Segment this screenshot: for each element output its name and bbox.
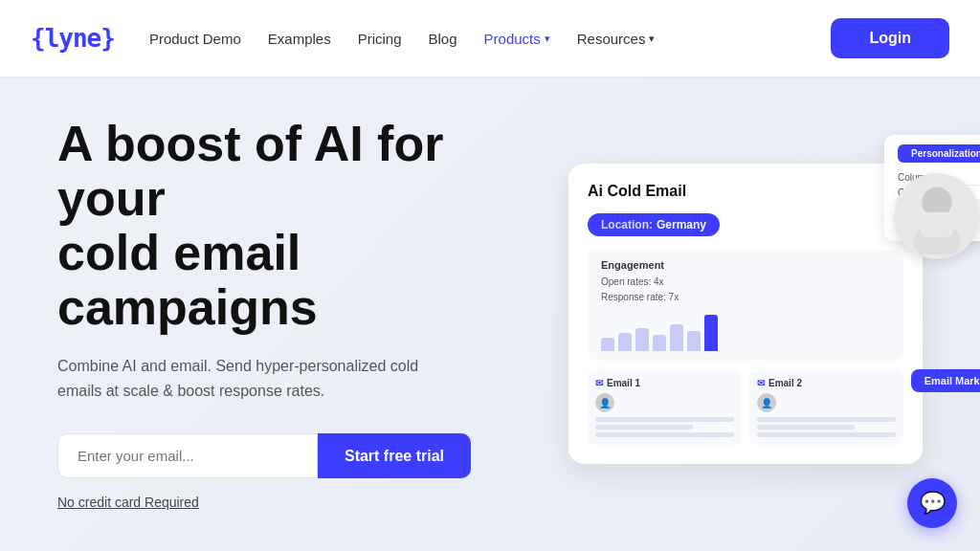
hero-subtitle: Combine AI and email. Send hyper-persona…: [57, 354, 459, 403]
person-svg: [903, 178, 970, 254]
hero-left: A boost of AI for your cold email campai…: [57, 117, 509, 512]
logo-text: {lyne}: [31, 24, 115, 53]
nav-examples[interactable]: Examples: [268, 31, 331, 47]
bar-item: [687, 331, 701, 351]
products-chevron-icon: ▾: [545, 33, 550, 45]
chat-bubble[interactable]: 💬: [907, 478, 957, 528]
navbar: {lyne} Product Demo Examples Pricing Blo…: [0, 0, 980, 77]
mini-lines-1: [595, 417, 734, 437]
mini-line-short: [595, 425, 693, 430]
hero-right: Ai Cold Email Location: Germany Engageme…: [509, 164, 923, 464]
email-row-cards: ✉ Email 1 👤 ✉ Email 2 👤: [588, 370, 903, 445]
bar-item: [618, 333, 632, 351]
email-card-1: ✉ Email 1 👤: [588, 370, 742, 445]
nav-pricing[interactable]: Pricing: [358, 31, 402, 47]
bar-item: [704, 315, 718, 351]
bar-chart: [601, 313, 890, 351]
nav-blog[interactable]: Blog: [429, 31, 457, 47]
bar-item: [653, 335, 666, 351]
hero-section: A boost of AI for your cold email campai…: [0, 77, 980, 551]
avatar-2: 👤: [757, 393, 776, 412]
mini-line: [595, 432, 734, 437]
main-card: Ai Cold Email Location: Germany Engageme…: [568, 164, 923, 464]
mini-lines-2: [757, 417, 896, 437]
mini-line: [757, 417, 896, 422]
no-credit-card-label: No credit card Required: [57, 495, 199, 510]
email1-icon: ✉: [595, 378, 603, 388]
bar-item: [601, 338, 614, 351]
nav-resources[interactable]: Resources ▾: [577, 31, 656, 47]
mini-line: [595, 417, 734, 422]
nav-product-demo[interactable]: Product Demo: [149, 31, 241, 47]
logo[interactable]: {lyne}: [31, 24, 115, 53]
mini-line-short: [757, 425, 855, 430]
cta-button[interactable]: Start free trial: [318, 433, 471, 478]
nav-products[interactable]: Products ▾: [484, 31, 550, 47]
chat-icon: 💬: [920, 491, 946, 516]
resources-chevron-icon: ▾: [649, 33, 655, 45]
email-card-2: ✉ Email 2 👤: [749, 370, 903, 445]
location-badge: Location: Germany: [588, 213, 720, 236]
nav-links: Product Demo Examples Pricing Blog Produ…: [149, 31, 832, 47]
email-marketing-badge: Email Marketing: [911, 369, 980, 392]
login-button[interactable]: Login: [831, 18, 949, 58]
email2-icon: ✉: [757, 378, 765, 388]
card-title: Ai Cold Email: [588, 183, 903, 200]
engagement-box: Engagement Open rates: 4x Response rate:…: [588, 250, 903, 361]
person-avatar: [894, 173, 980, 259]
email-input[interactable]: [57, 433, 318, 478]
bar-item: [635, 328, 649, 351]
hero-title: A boost of AI for your cold email campai…: [57, 117, 471, 336]
email-row: Start free trial: [57, 433, 471, 478]
bar-item: [670, 324, 683, 352]
svg-rect-2: [921, 212, 954, 237]
avatar-1: 👤: [595, 393, 614, 412]
mini-line: [757, 432, 896, 437]
